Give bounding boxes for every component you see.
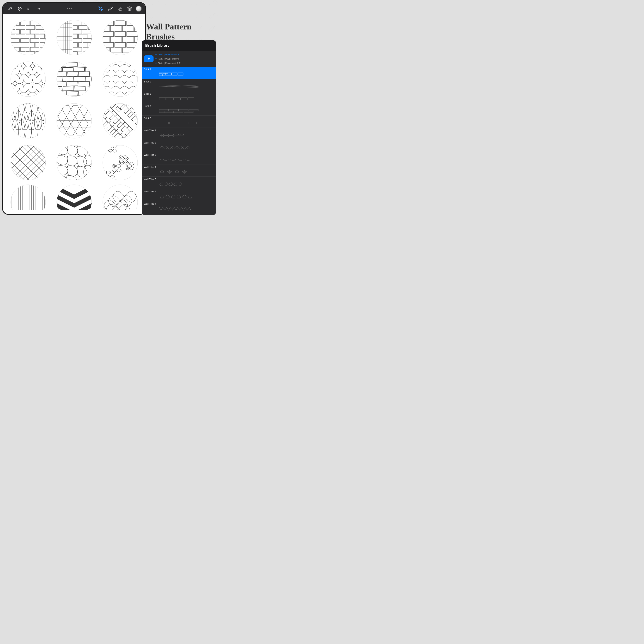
brush-name-walltiles2: Wall Tiles 2 xyxy=(144,141,214,144)
brush-preview-brick3 xyxy=(144,96,214,102)
brush-item-brick5[interactable]: Brick 5 xyxy=(142,116,216,128)
pen-icon-2: ✏ xyxy=(155,57,157,60)
svg-point-77 xyxy=(103,20,138,55)
brush-item-walltiles5[interactable]: Wall Tiles 5 xyxy=(142,177,216,189)
svg-text:S: S xyxy=(27,7,29,10)
svg-rect-241 xyxy=(160,122,169,124)
title-text: Wall Pattern Brushes xyxy=(146,22,191,41)
brush-preview-brick1 xyxy=(144,71,214,77)
brush-item-brick3[interactable]: Brick 3 xyxy=(142,91,216,103)
brush-name-walltiles3: Wall Tiles 3 xyxy=(144,154,214,156)
svg-marker-268 xyxy=(166,195,169,198)
brush-preview-walltiles4 xyxy=(144,169,214,175)
brush-item-walltiles6[interactable]: Wall Tiles 6 xyxy=(142,189,216,201)
brush-item-brick4[interactable]: Brick 4 xyxy=(142,103,216,116)
svg-rect-245 xyxy=(160,134,162,135)
brush-item-walltiles3[interactable]: Wall Tiles 3 xyxy=(142,152,216,164)
pattern-brick3 xyxy=(97,17,143,58)
settings-icon[interactable] xyxy=(16,5,23,12)
svg-marker-272 xyxy=(188,195,192,198)
svg-rect-262 xyxy=(165,136,167,137)
add-brush-button[interactable]: + xyxy=(144,55,154,62)
svg-rect-251 xyxy=(170,134,172,135)
svg-rect-264 xyxy=(169,136,170,137)
brush-preview-walltiles6 xyxy=(144,193,214,200)
brush-preview-brick2 xyxy=(144,84,214,90)
svg-rect-255 xyxy=(177,134,178,135)
brush-library-tabs: + ✏ Toffu | Wall Patterns ✏ Toffu | Wall… xyxy=(142,51,216,67)
brush-tool-icon[interactable] xyxy=(107,5,114,12)
svg-marker-7 xyxy=(128,7,132,9)
pattern-tall-scallop xyxy=(5,100,51,142)
toolbar: S ••• xyxy=(3,3,145,14)
smudge-icon[interactable]: S xyxy=(26,5,33,12)
svg-point-9 xyxy=(11,20,46,55)
svg-line-173 xyxy=(43,145,46,147)
brush-item-brick2[interactable]: Brick 2 xyxy=(142,79,216,91)
svg-rect-231 xyxy=(181,98,187,100)
svg-rect-253 xyxy=(174,134,175,135)
svg-rect-154 xyxy=(102,116,102,121)
svg-rect-247 xyxy=(164,134,165,135)
svg-point-104 xyxy=(103,62,138,97)
svg-rect-221 xyxy=(172,73,177,75)
brush-name-walltiles6: Wall Tiles 6 xyxy=(144,190,214,193)
svg-point-6 xyxy=(100,8,101,9)
category-item-1[interactable]: ✏ Toffu | Wall Patterns xyxy=(155,53,214,56)
brush-item-walltiles1[interactable]: Wall Tiles 1 xyxy=(142,128,216,140)
pattern-botanical xyxy=(97,184,143,210)
svg-point-3 xyxy=(19,8,20,9)
svg-rect-39 xyxy=(10,52,15,56)
brush-preview-walltiles1 xyxy=(144,132,214,138)
brush-preview-walltiles5 xyxy=(144,181,214,187)
eraser-tool-icon[interactable] xyxy=(116,5,123,12)
category-item-2[interactable]: ✏ Toffu | Wall Patterns xyxy=(155,57,214,61)
pen-icon-1: ✏ xyxy=(155,53,157,56)
page-title: Wall Pattern Brushes xyxy=(146,22,218,42)
svg-rect-254 xyxy=(175,134,177,135)
brush-item-walltiles2[interactable]: Wall Tiles 2 xyxy=(142,140,216,152)
svg-rect-257 xyxy=(180,134,182,135)
svg-rect-244 xyxy=(188,122,197,124)
brush-name-brick5: Brick 5 xyxy=(144,117,214,120)
svg-rect-266 xyxy=(172,136,173,137)
arrow-icon[interactable] xyxy=(35,5,42,12)
pattern-brick2 xyxy=(51,17,97,58)
brush-list[interactable]: Brick 1 Brick 2 xyxy=(142,67,216,215)
svg-line-179 xyxy=(11,178,13,180)
svg-rect-234 xyxy=(169,109,178,111)
pen-tool-icon[interactable] xyxy=(97,5,104,12)
svg-line-192 xyxy=(43,178,46,180)
layers-icon[interactable] xyxy=(126,5,133,12)
brush-preview-brick5 xyxy=(144,120,214,126)
category-label-3: Toffu | Pavement & R... xyxy=(158,62,183,65)
svg-rect-263 xyxy=(167,136,168,137)
brush-library-header: Brush Library xyxy=(142,40,216,51)
svg-rect-236 xyxy=(189,109,198,111)
wrench-icon[interactable] xyxy=(7,5,14,12)
svg-point-198 xyxy=(11,185,46,210)
pattern-hexagon xyxy=(51,100,97,142)
brush-name-brick1: Brick 1 xyxy=(144,68,214,71)
brush-library-panel[interactable]: Brush Library + ✏ Toffu | Wall Patterns … xyxy=(142,40,216,215)
svg-rect-237 xyxy=(159,111,164,113)
category-label-1: Toffu | Wall Patterns xyxy=(158,53,179,56)
pattern-floral xyxy=(97,142,143,183)
tablet-screen: S ••• xyxy=(3,3,145,214)
brush-library-title: Brush Library xyxy=(145,43,169,48)
brush-item-brick1[interactable]: Brick 1 xyxy=(142,67,216,79)
brush-item-walltiles8[interactable]: Wall Tiles 8 xyxy=(142,213,216,215)
brush-name-walltiles7: Wall Tiles 7 xyxy=(144,202,214,205)
svg-marker-270 xyxy=(177,195,181,198)
svg-line-186 xyxy=(11,145,13,147)
svg-rect-248 xyxy=(165,134,167,135)
brush-name-brick2: Brick 2 xyxy=(144,80,214,83)
svg-marker-267 xyxy=(160,195,164,198)
svg-rect-249 xyxy=(167,134,168,135)
more-options-icon[interactable]: ••• xyxy=(67,6,73,11)
brush-item-walltiles7[interactable]: Wall Tiles 7 xyxy=(142,201,216,213)
brush-name-brick3: Brick 3 xyxy=(144,92,214,95)
brush-item-walltiles4[interactable]: Wall Tiles 4 xyxy=(142,164,216,177)
pattern-moroccan xyxy=(5,58,51,100)
category-item-3[interactable]: ✏ Toffu | Pavement & R... xyxy=(155,61,214,65)
